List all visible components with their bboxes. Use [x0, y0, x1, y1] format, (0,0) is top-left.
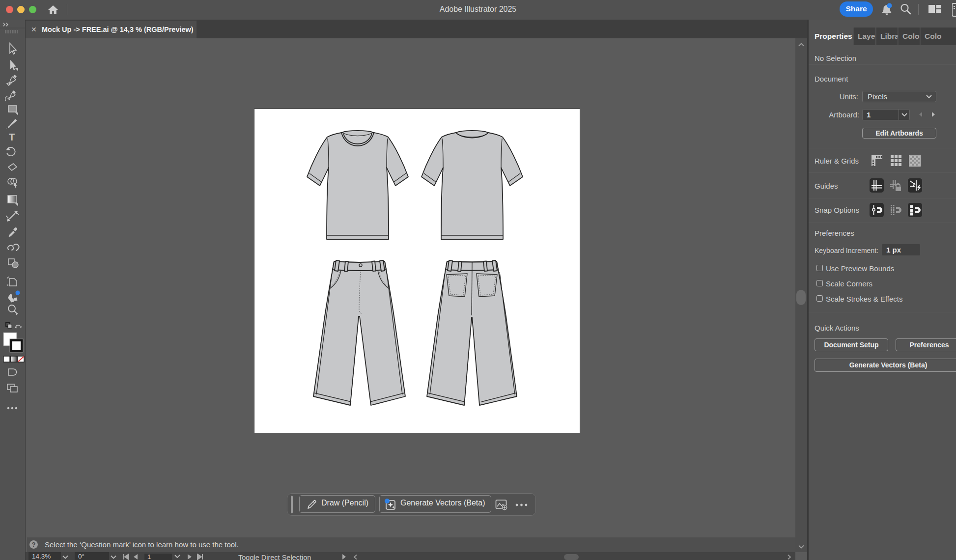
svg-text:T: T — [9, 132, 15, 142]
svg-text:1: 1 — [147, 554, 151, 560]
